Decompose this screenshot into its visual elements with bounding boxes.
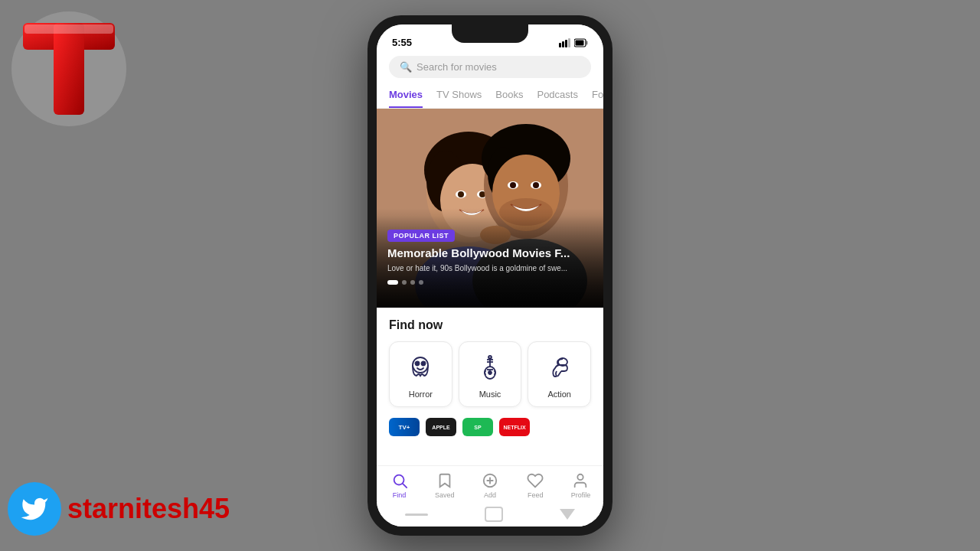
tab-books[interactable]: Books (495, 83, 523, 108)
home-indicator (377, 502, 603, 527)
music-icon (475, 353, 505, 383)
bottom-nav: Find Saved Add (377, 465, 603, 502)
twitter-icon (8, 482, 61, 536)
background-logo (8, 8, 130, 130)
svg-rect-5 (562, 41, 564, 47)
status-icons (559, 38, 588, 47)
svg-point-49 (578, 474, 583, 480)
tab-movies[interactable]: Movies (389, 83, 423, 108)
status-time: 5:55 (392, 37, 412, 48)
search-placeholder-text: Search for movies (416, 61, 497, 73)
horror-label: Horror (409, 390, 433, 399)
svg-rect-2 (54, 23, 84, 115)
action-icon (544, 353, 575, 383)
music-label: Music (479, 390, 501, 399)
hero-subtitle: Love or hate it, 90s Bollywood is a gold… (387, 263, 593, 274)
nav-find-label: Find (393, 491, 407, 499)
horror-icon (405, 353, 436, 383)
genre-card-horror[interactable]: Horror (389, 341, 452, 407)
genre-grid: Horror (389, 341, 591, 407)
hero-banner[interactable]: POPULAR LIST Memorable Bollywood Movies … (377, 109, 603, 308)
streaming-section: TV+ APPLE SP NETFLIX (377, 415, 603, 439)
nav-tabs: Movies TV Shows Books Podcasts Fo... (377, 83, 603, 109)
phone-frame: 5:55 🔍 Search for movies (368, 15, 612, 536)
genre-card-action[interactable]: Action (528, 341, 591, 407)
svg-point-35 (422, 362, 426, 366)
dot-3 (410, 280, 415, 285)
home-square (485, 507, 503, 522)
search-bar[interactable]: 🔍 Search for movies (377, 51, 603, 83)
svg-point-34 (416, 362, 420, 366)
action-label: Action (547, 390, 571, 399)
hero-title: Memorable Bollywood Movies F... (387, 246, 593, 260)
phone-notch (452, 24, 528, 43)
tab-podcasts[interactable]: Podcasts (537, 83, 577, 108)
phone-screen: 5:55 🔍 Search for movies (377, 24, 603, 527)
nav-feed-label: Feed (528, 491, 544, 499)
dots-indicator (387, 280, 593, 285)
svg-line-45 (403, 484, 407, 487)
twitter-watermark: starnitesh45 (8, 482, 230, 536)
twitter-handle-text: starnitesh45 (67, 493, 230, 525)
popular-badge: POPULAR LIST (387, 230, 455, 242)
nav-item-feed[interactable]: Feed (513, 472, 558, 499)
streaming-pill-1: TV+ (389, 418, 420, 436)
tab-tvshows[interactable]: TV Shows (436, 83, 482, 108)
nav-saved-label: Saved (435, 491, 455, 499)
streaming-pill-2: APPLE (426, 418, 456, 436)
svg-rect-7 (568, 38, 570, 47)
svg-point-33 (413, 357, 428, 373)
svg-rect-3 (24, 24, 113, 34)
nav-profile-label: Profile (571, 491, 591, 499)
home-triangle (560, 509, 575, 520)
nav-item-saved[interactable]: Saved (422, 472, 467, 499)
tab-more[interactable]: Fo... (592, 83, 603, 108)
svg-rect-6 (565, 40, 567, 47)
nav-item-profile[interactable]: Profile (558, 472, 603, 499)
svg-rect-9 (576, 40, 584, 45)
dot-1 (387, 280, 398, 285)
find-now-title: Find now (389, 318, 591, 332)
genre-card-music[interactable]: Music (459, 341, 522, 407)
nav-item-add[interactable]: Add (467, 472, 512, 499)
streaming-pill-3: SP (462, 418, 493, 436)
svg-point-41 (488, 371, 492, 374)
svg-rect-4 (559, 43, 561, 47)
find-now-section: Find now Horror (377, 308, 603, 415)
nav-item-find[interactable]: Find (377, 472, 422, 499)
dot-2 (402, 280, 407, 285)
streaming-pill-4: NETFLIX (499, 418, 530, 436)
search-input-wrapper[interactable]: 🔍 Search for movies (389, 56, 591, 78)
hero-content: POPULAR LIST Memorable Bollywood Movies … (387, 227, 593, 285)
dot-4 (419, 280, 423, 285)
svg-rect-10 (586, 41, 588, 44)
nav-add-label: Add (484, 491, 496, 499)
search-icon: 🔍 (400, 61, 412, 73)
